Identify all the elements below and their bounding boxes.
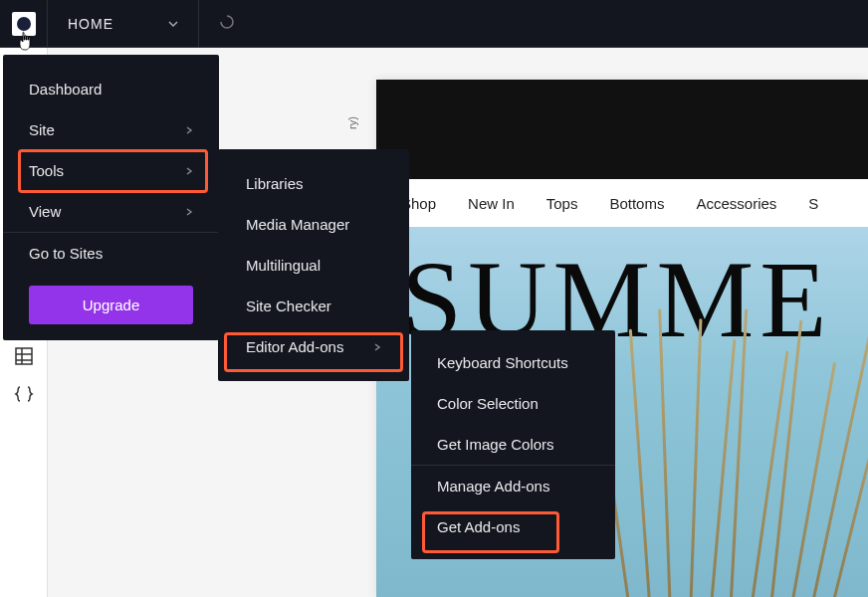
upgrade-label: Upgrade (83, 297, 140, 313)
nav-tops[interactable]: Tops (546, 195, 578, 212)
nav-bottoms[interactable]: Bottoms (609, 195, 664, 212)
menu-site[interactable]: Site (3, 109, 219, 150)
submenu-label: Media Manager (246, 216, 349, 233)
menu-label: Go to Sites (29, 245, 103, 262)
menu-label: Tools (29, 162, 64, 179)
hero-grass-image (589, 298, 868, 597)
chevron-right-icon (373, 343, 381, 351)
chevron-down-icon (168, 19, 178, 29)
submenu-editor-addons[interactable]: Editor Add-ons (218, 326, 409, 367)
chevron-right-icon (185, 208, 193, 216)
menu-label: View (29, 203, 61, 220)
addons-submenu: Keyboard Shortcuts Color Selection Get I… (411, 330, 615, 559)
addons-label: Get Add-ons (437, 518, 520, 535)
upgrade-button[interactable]: Upgrade (29, 286, 193, 324)
loading-icon (219, 14, 235, 34)
submenu-label: Libraries (246, 175, 304, 192)
tools-submenu: Libraries Media Manager Multilingual Sit… (218, 149, 409, 381)
cursor-hand-icon (16, 30, 38, 61)
main-menu: Dashboard Site Tools View Go to Sites Up… (3, 55, 219, 340)
submenu-libraries[interactable]: Libraries (218, 163, 409, 204)
submenu-label: Editor Add-ons (246, 338, 343, 355)
menu-label: Site (29, 121, 55, 138)
chevron-right-icon (185, 167, 193, 175)
menu-go-to-sites[interactable]: Go to Sites (3, 233, 219, 274)
menu-label: Dashboard (29, 81, 102, 98)
submenu-multilingual[interactable]: Multilingual (218, 245, 409, 286)
menu-tools[interactable]: Tools (3, 150, 219, 191)
site-nav: Shop New In Tops Bottoms Accessories S (376, 179, 868, 227)
code-braces-icon[interactable] (14, 384, 34, 404)
grid-icon[interactable] (14, 346, 34, 366)
nav-new-in[interactable]: New In (468, 195, 515, 212)
top-bar: HOME (0, 0, 868, 48)
menu-dashboard[interactable]: Dashboard (3, 69, 219, 109)
addons-keyboard-shortcuts[interactable]: Keyboard Shortcuts (411, 342, 615, 383)
menu-view[interactable]: View (3, 191, 219, 233)
addons-get[interactable]: Get Add-ons (411, 506, 615, 547)
addons-label: Get Image Colors (437, 436, 554, 453)
addons-get-image-colors[interactable]: Get Image Colors (411, 424, 615, 466)
submenu-site-checker[interactable]: Site Checker (218, 286, 409, 326)
addons-label: Keyboard Shortcuts (437, 354, 568, 371)
addons-color-selection[interactable]: Color Selection (411, 383, 615, 424)
canvas-header (376, 80, 868, 179)
home-dropdown[interactable]: HOME (48, 0, 199, 48)
submenu-label: Multilingual (246, 257, 321, 274)
submenu-label: Site Checker (246, 298, 331, 314)
addons-label: Color Selection (437, 395, 539, 412)
addons-label: Manage Add-ons (437, 478, 549, 495)
addons-manage[interactable]: Manage Add-ons (411, 466, 615, 506)
nav-more[interactable]: S (808, 195, 818, 212)
chevron-right-icon (185, 126, 193, 134)
nav-accessories[interactable]: Accessories (696, 195, 776, 212)
home-label: HOME (68, 16, 113, 32)
svg-rect-0 (16, 348, 32, 364)
submenu-media-manager[interactable]: Media Manager (218, 204, 409, 245)
page-rotate-label: ry) (346, 116, 358, 129)
